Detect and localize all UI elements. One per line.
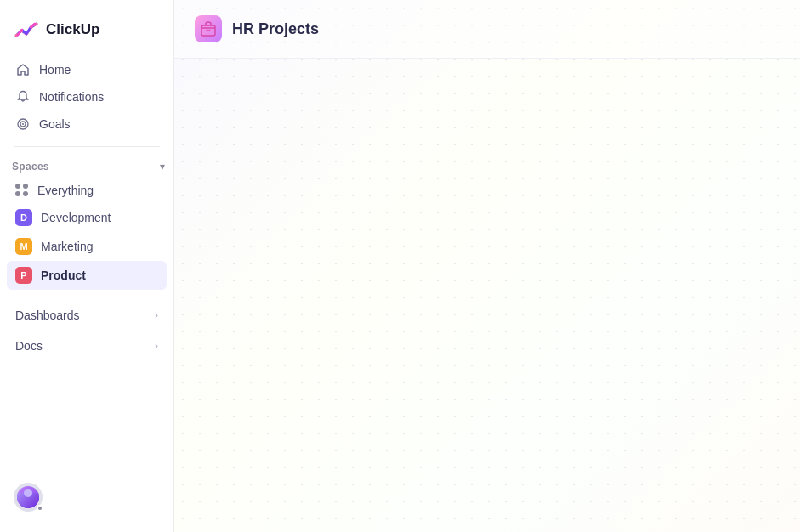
- marketing-label: Marketing: [41, 240, 93, 253]
- goals-icon: [15, 116, 31, 132]
- logo-area[interactable]: ClickUp: [0, 10, 173, 56]
- product-label: Product: [41, 269, 86, 282]
- sidebar-item-marketing[interactable]: M Marketing: [7, 232, 167, 261]
- development-label: Development: [41, 211, 111, 224]
- main-content: HR Projects: [174, 0, 800, 532]
- clickup-logo: [14, 17, 39, 42]
- avatar[interactable]: [14, 483, 43, 512]
- nav-item-home[interactable]: Home: [7, 56, 167, 83]
- nav-section: Home Notifications Goals: [0, 56, 173, 138]
- bell-icon: [15, 89, 31, 105]
- sidebar-bottom[interactable]: [0, 473, 173, 522]
- sidebar-item-product[interactable]: P Product: [7, 261, 167, 290]
- dashboards-left: Dashboards: [15, 308, 80, 322]
- development-badge: D: [15, 209, 32, 226]
- nav-item-goals[interactable]: Goals: [7, 110, 167, 138]
- home-label: Home: [39, 63, 71, 76]
- status-dot: [37, 505, 43, 512]
- divider-1: [14, 146, 160, 147]
- avatar-inner: [17, 486, 39, 508]
- chevron-down-icon: ▾: [160, 161, 165, 173]
- marketing-badge: M: [15, 238, 32, 255]
- svg-point-2: [22, 123, 24, 125]
- docs-label: Docs: [15, 339, 43, 353]
- docs-left: Docs: [15, 339, 43, 353]
- docs-item[interactable]: Docs ›: [7, 332, 167, 359]
- spaces-section-label: Spaces: [12, 161, 49, 173]
- sidebar-item-everything[interactable]: Everything: [7, 178, 167, 203]
- everything-label: Everything: [37, 184, 94, 197]
- box-icon: [200, 20, 217, 37]
- clickup-logo-icon: [14, 17, 39, 42]
- dashboards-label: Dashboards: [15, 308, 80, 322]
- sidebar-item-development[interactable]: D Development: [7, 203, 167, 232]
- product-badge: P: [15, 267, 32, 284]
- sidebar: ClickUp Home Notifications: [0, 0, 174, 532]
- docs-chevron-icon: ›: [155, 340, 158, 352]
- spaces-header[interactable]: Spaces ▾: [0, 156, 173, 178]
- dashboards-item[interactable]: Dashboards ›: [7, 302, 167, 329]
- home-icon: [15, 62, 31, 77]
- goals-label: Goals: [39, 117, 71, 131]
- page-title: HR Projects: [232, 20, 319, 38]
- notifications-label: Notifications: [39, 90, 104, 104]
- dashboards-chevron-icon: ›: [155, 309, 158, 321]
- avatar-head: [24, 489, 32, 497]
- hr-project-icon: [195, 15, 222, 42]
- main-header: HR Projects: [174, 0, 800, 59]
- nav-item-notifications[interactable]: Notifications: [7, 83, 167, 110]
- logo-text: ClickUp: [46, 21, 99, 38]
- everything-grid-icon: [15, 184, 29, 197]
